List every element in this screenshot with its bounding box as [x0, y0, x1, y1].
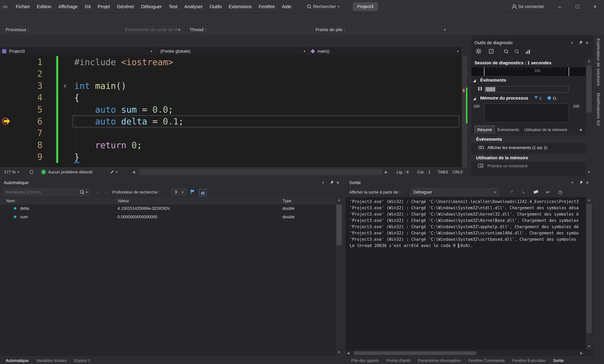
diagnostics-pin-icon[interactable] — [579, 41, 582, 45]
variable-value[interactable]: 4.150151425066e-322#DEN — [117, 206, 170, 211]
autos-panel-header[interactable]: Automatique — [0, 178, 342, 187]
panel-tab[interactable]: Automatique — [2, 357, 32, 364]
diag-tab[interactable]: Résumé — [475, 125, 495, 134]
reset-view-chart-icon[interactable] — [526, 49, 531, 55]
zoom-in-icon[interactable] — [504, 49, 508, 54]
autos-search-box[interactable]: ▾ — [3, 188, 89, 196]
maximize-button[interactable]: □ — [568, 0, 586, 13]
column-header-value[interactable]: Valeur — [117, 198, 129, 203]
code-line[interactable]: return 0; — [73, 139, 459, 151]
pause-events-icon[interactable] — [478, 87, 482, 91]
side-tab[interactable]: Modifications Git — [596, 89, 601, 129]
menu-item[interactable]: Test — [165, 0, 181, 13]
hscroll-right-arrow[interactable]: ▶ — [580, 350, 583, 356]
panel-tab[interactable]: Pile des appels — [347, 357, 383, 364]
autos-window-position-icon[interactable]: ▾ — [322, 178, 324, 187]
panel-tab[interactable]: Fenêtre Exécution — [508, 357, 549, 364]
editor-horizontal-scrollbar-thumb[interactable] — [139, 169, 383, 175]
nav-project-dropdown[interactable]: Project3 ▾ — [0, 47, 155, 56]
diagnostics-window-position-icon[interactable]: ▾ — [571, 38, 573, 47]
autos-search-input[interactable] — [3, 190, 80, 194]
scroll-up-arrow[interactable]: ▲ — [586, 198, 592, 202]
status-eol-indicator[interactable]: CRLF — [453, 168, 463, 176]
timeline-marker-left[interactable] — [484, 67, 484, 76]
code-cleanup-button[interactable]: ▾ — [110, 168, 117, 176]
search-icon[interactable] — [80, 190, 84, 194]
output-window-position-icon[interactable]: ▾ — [571, 178, 573, 187]
hscroll-left-arrow[interactable]: ◀ — [347, 350, 350, 356]
output-pin-icon[interactable] — [579, 181, 583, 185]
scroll-down-arrow[interactable]: ▼ — [336, 350, 342, 354]
column-header-name[interactable]: Nom — [6, 198, 15, 203]
minimize-button[interactable]: – — [551, 0, 568, 13]
column-separator[interactable] — [281, 197, 281, 204]
sign-in-button[interactable]: Se connecter — [512, 0, 544, 13]
panel-tab[interactable]: Sortie — [549, 357, 567, 364]
search-depth-dropdown[interactable]: 3▾ — [172, 189, 186, 196]
nav-scope-dropdown[interactable]: (Portée globale) ▾ — [155, 47, 308, 56]
menu-item[interactable]: Affichage — [55, 0, 81, 13]
clear-all-icon[interactable] — [534, 191, 538, 194]
hscroll-left-arrow[interactable]: ◀ — [132, 168, 135, 176]
panel-tab[interactable]: Paramètres d'exception — [414, 357, 465, 364]
settings-gear-icon[interactable] — [476, 48, 482, 55]
autos-row[interactable]: ◆sum0.0000000000000000double — [0, 213, 336, 221]
titlebar-search[interactable]: Rechercher ▾ — [307, 0, 339, 13]
export-icon[interactable]: ↗ — [489, 49, 493, 53]
menu-item[interactable]: Git — [81, 0, 94, 13]
panel-tab[interactable]: Variables locales — [32, 357, 71, 364]
menu-item[interactable]: Générer — [113, 0, 138, 13]
diag-tab[interactable]: Événements — [495, 125, 522, 134]
health-indicator[interactable]: ✓ Aucun problème détecté — [41, 168, 92, 176]
code-line[interactable] — [73, 68, 459, 80]
menu-item[interactable]: Projet — [94, 0, 113, 13]
search-forward-icon[interactable]: → — [104, 187, 109, 197]
output-panel-header[interactable]: Sortie — [345, 178, 592, 187]
presence-icon[interactable] — [30, 170, 33, 174]
code-line[interactable]: #include <iostream> — [73, 56, 459, 68]
close-button[interactable]: × — [586, 0, 604, 13]
menu-item[interactable]: Déboguer — [138, 0, 165, 13]
nav-member-dropdown[interactable]: main() ▾ — [308, 47, 461, 56]
scroll-up-arrow[interactable]: ▲ — [336, 198, 342, 202]
code-line[interactable]: int main() — [73, 80, 459, 92]
menu-item[interactable]: Fenêtre — [255, 0, 278, 13]
hscroll-right-arrow[interactable]: ▶ — [385, 168, 388, 176]
menu-item[interactable]: Aide — [278, 0, 295, 13]
diagnostics-scrollbar-thumb[interactable] — [586, 65, 592, 113]
menu-item[interactable]: Fichier — [12, 0, 33, 13]
autos-row[interactable]: ◆delta4.150151425066e-322#DENdouble — [0, 204, 336, 213]
diagnostics-panel-header[interactable]: Outils de diagnostic — [471, 38, 592, 47]
menu-item[interactable]: Analyser — [181, 0, 206, 13]
autos-scrollbar-thumb[interactable] — [336, 204, 342, 245]
previous-message-icon[interactable]: ↱ — [510, 188, 514, 196]
panel-tab[interactable]: Fenêtre Commande — [465, 357, 508, 364]
next-message-icon[interactable]: ↳ — [521, 188, 525, 196]
code-line[interactable]: } — [73, 151, 459, 163]
code-line[interactable] — [73, 127, 459, 139]
column-header-type[interactable]: Type — [282, 198, 291, 203]
search-back-icon[interactable]: ← — [95, 187, 100, 197]
diag-tab[interactable]: Utilisation de la mémoire — [522, 125, 570, 134]
scroll-down-arrow[interactable]: ▼ — [586, 170, 592, 174]
zoom-out-icon[interactable] — [515, 49, 519, 54]
clock-icon[interactable]: ◷ — [558, 188, 562, 196]
tabs-scroll-left-icon[interactable]: ◀ — [579, 128, 582, 132]
scroll-down-arrow[interactable]: ▼ — [586, 344, 592, 348]
menu-item[interactable]: Outils — [206, 0, 225, 13]
autos-close-icon[interactable]: × — [336, 178, 339, 187]
word-wrap-icon[interactable]: ↩ — [546, 188, 550, 196]
menu-item[interactable]: Extensions — [225, 0, 255, 13]
diagnostics-timeline[interactable] — [471, 67, 592, 76]
output-scrollbar-thumb[interactable] — [586, 204, 592, 333]
timeline-marker-right[interactable] — [569, 67, 569, 76]
expander-icon[interactable]: ◢ — [473, 78, 476, 83]
zoom-control[interactable]: 177 % ▾ — [4, 168, 19, 176]
side-tab[interactable]: Explorateur de solutions — [596, 35, 601, 89]
debugbar-overflow-icon[interactable]: ▾ — [444, 24, 446, 35]
chevron-down-icon[interactable]: ▾ — [86, 190, 88, 194]
panel-tab[interactable]: Espion 1 — [71, 357, 94, 364]
show-events-link[interactable]: Afficher les événements (1 sur 1) — [487, 145, 547, 150]
string-display-toggle[interactable]: ab — [199, 189, 206, 196]
status-tabs-indicator[interactable]: TABS — [438, 168, 448, 176]
